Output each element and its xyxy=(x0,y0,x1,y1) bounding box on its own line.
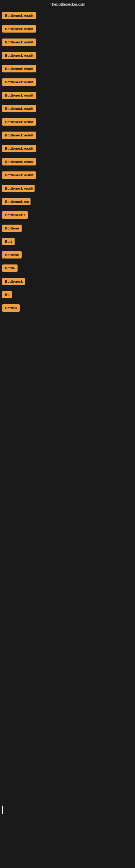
list-item[interactable]: Bottleneck result xyxy=(0,172,135,180)
list-item[interactable]: Bottleneck result xyxy=(0,65,135,73)
bottleneck-badge[interactable]: Bottleneck r xyxy=(2,211,28,219)
bottleneck-badge[interactable]: Bottleneck result xyxy=(2,145,36,152)
bottleneck-badge[interactable]: Bottleneck result xyxy=(2,38,36,46)
bottleneck-badge[interactable]: Bottleneck result xyxy=(2,118,36,126)
list-item[interactable]: Bottleneck result xyxy=(0,12,135,20)
bottleneck-badge[interactable]: Bottleneck result xyxy=(2,185,35,192)
bottleneck-badge[interactable]: Bottleneck result xyxy=(2,172,36,179)
list-item[interactable]: Bottle xyxy=(0,265,135,273)
list-item[interactable]: Bottleneck result xyxy=(0,158,135,166)
bottleneck-badge[interactable]: Bottlene xyxy=(2,251,21,258)
bottleneck-badge[interactable]: Bottlene xyxy=(2,225,21,232)
list-item[interactable]: Bottlene xyxy=(0,225,135,233)
list-item[interactable]: Bott xyxy=(0,238,135,246)
list-item[interactable]: Bottleneck result xyxy=(0,79,135,87)
bottleneck-badge[interactable]: Bottleneck res xyxy=(2,198,31,205)
list-item[interactable]: Bottleneck result xyxy=(0,38,135,47)
bottleneck-badge[interactable]: Bottleneck result xyxy=(2,92,36,99)
bottleneck-badge[interactable]: Bottleneck result xyxy=(2,105,36,112)
bottleneck-badge[interactable]: Bottlen xyxy=(2,304,20,312)
bottleneck-badge[interactable]: Bottle xyxy=(2,265,17,272)
list-item[interactable]: Bo xyxy=(0,291,135,300)
list-item[interactable]: Bottlene xyxy=(0,251,135,259)
list-item[interactable]: Bottleneck result xyxy=(0,105,135,113)
bottleneck-badge[interactable]: Bottleneck result xyxy=(2,65,36,72)
bottleneck-badge[interactable]: Bottleneck result xyxy=(2,79,36,86)
list-item[interactable]: Bottleneck r xyxy=(0,211,135,220)
site-header: TheBottlenecker.com xyxy=(0,0,135,10)
list-item[interactable]: Bottleneck result xyxy=(0,118,135,127)
bottleneck-badge[interactable]: Bottleneck xyxy=(2,278,25,285)
cursor-line xyxy=(2,806,3,814)
bottleneck-badge[interactable]: Bottleneck result xyxy=(2,52,36,59)
bottleneck-badge[interactable]: Bo xyxy=(2,291,12,299)
list-item[interactable]: Bottleneck result xyxy=(0,25,135,34)
list-item[interactable]: Bottleneck result xyxy=(0,52,135,60)
bottleneck-badge[interactable]: Bottleneck result xyxy=(2,12,36,19)
list-item[interactable]: Bottleneck result xyxy=(0,92,135,100)
bottleneck-badge[interactable]: Bottleneck result xyxy=(2,131,36,139)
list-item[interactable]: Bottleneck result xyxy=(0,185,135,193)
list-item[interactable]: Bottleneck res xyxy=(0,198,135,207)
list-item[interactable]: Bottleneck result xyxy=(0,131,135,140)
site-title: TheBottlenecker.com xyxy=(50,2,85,6)
bottleneck-badge[interactable]: Bottleneck result xyxy=(2,158,36,165)
bottleneck-badge[interactable]: Bottleneck result xyxy=(2,25,36,33)
bottleneck-list: Bottleneck resultBottleneck resultBottle… xyxy=(0,10,135,313)
bottleneck-badge[interactable]: Bott xyxy=(2,238,14,245)
list-item[interactable]: Bottlen xyxy=(0,304,135,313)
list-item[interactable]: Bottleneck xyxy=(0,278,135,286)
list-item[interactable]: Bottleneck result xyxy=(0,145,135,153)
